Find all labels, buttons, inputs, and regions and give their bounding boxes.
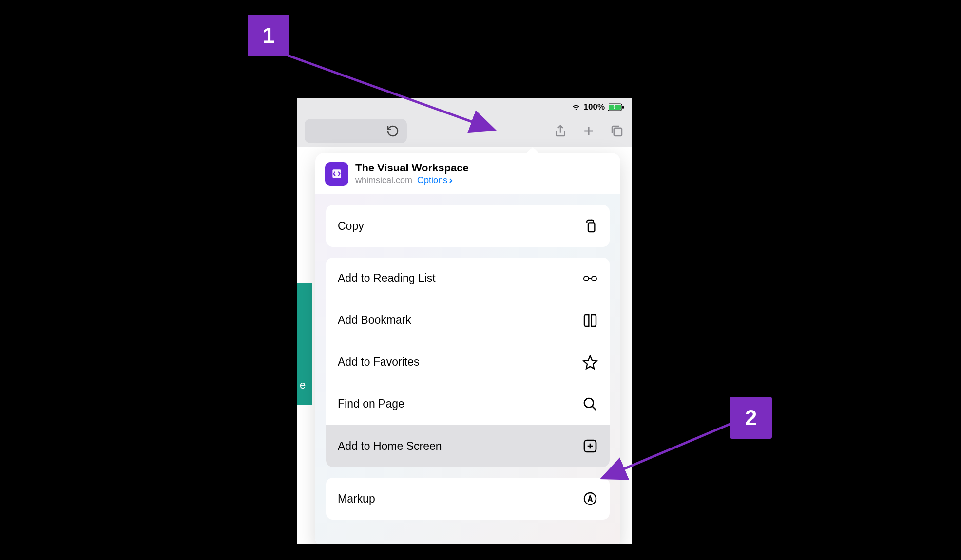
popover-arrow [526,147,539,154]
svg-point-7 [592,276,596,281]
menu-item-markup[interactable]: Markup [326,478,610,520]
menu-item-find[interactable]: Find on Page [326,383,610,425]
menu-item-label: Markup [338,492,375,505]
add-square-icon [582,438,598,454]
menu-item-label: Add to Reading List [338,272,436,285]
menu-item-home-screen[interactable]: Add to Home Screen [326,425,610,467]
star-icon [582,355,598,370]
callout-badge-2: 2 [730,397,772,439]
search-icon [582,396,598,412]
share-header: The Visual Workspace whimsical.com Optio… [315,153,620,194]
menu-item-label: Add to Home Screen [338,440,442,453]
menu-group-actions: Add to Reading List Add Bookmark [326,258,610,467]
status-bar: 100% [297,98,632,116]
reload-icon[interactable] [385,124,400,138]
menu-item-reading-list[interactable]: Add to Reading List [326,258,610,299]
share-icon[interactable] [553,124,568,138]
menu-item-label: Add Bookmark [338,314,411,327]
book-icon [582,313,598,328]
browser-toolbar [297,116,632,146]
menu-group-copy: Copy [326,205,610,247]
url-bar[interactable] [305,119,407,143]
menu-item-favorites[interactable]: Add to Favorites [326,341,610,383]
wifi-icon [571,102,581,112]
menu-item-copy[interactable]: Copy [326,205,610,247]
markup-icon [582,491,598,506]
tabs-icon[interactable] [610,124,624,138]
copy-icon [582,218,598,234]
bg-partial-text: e [297,376,308,394]
battery-percent: 100% [584,102,605,112]
device-frame: 100% e [297,98,632,544]
share-domain: whimsical.com [355,175,412,186]
share-options-link[interactable]: Options [417,175,453,186]
glasses-icon [582,271,598,286]
svg-rect-2 [622,106,624,109]
menu-item-label: Copy [338,220,364,233]
svg-point-8 [584,398,594,408]
svg-rect-5 [588,223,595,232]
svg-point-10 [584,493,596,504]
site-favicon [325,162,348,186]
new-tab-icon[interactable] [581,124,596,138]
svg-rect-3 [614,128,622,136]
menu-item-label: Find on Page [338,397,404,411]
menu-item-bookmark[interactable]: Add Bookmark [326,299,610,341]
menu-item-label: Add to Favorites [338,355,419,369]
callout-badge-1: 1 [248,15,289,56]
share-title: The Visual Workspace [355,162,611,174]
chevron-right-icon [448,178,453,183]
battery-icon [608,103,624,111]
share-popover: The Visual Workspace whimsical.com Optio… [315,153,620,544]
menu-group-markup: Markup [326,478,610,520]
svg-point-6 [584,276,589,281]
